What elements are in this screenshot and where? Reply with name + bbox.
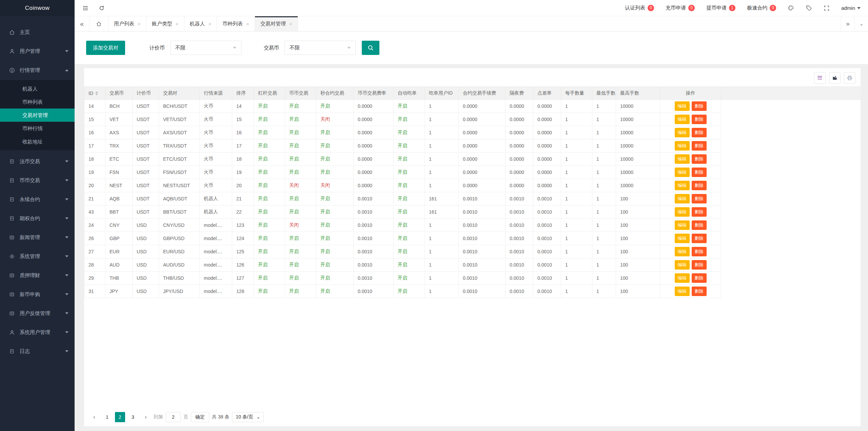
edit-button[interactable]: 编辑 [675,234,690,243]
quote-coin-select[interactable]: 不限 [170,41,241,55]
edit-button[interactable]: 编辑 [675,194,690,203]
edit-button[interactable]: 编辑 [675,260,690,270]
edit-button[interactable]: 编辑 [675,128,690,137]
sidebar-item-3[interactable]: 法币交易 [0,154,75,169]
status-cell: 开启 [316,153,354,166]
tab-用户列表[interactable]: 用户列表× [108,16,146,31]
sort-icon[interactable] [95,91,98,95]
edit-button[interactable]: 编辑 [675,168,690,177]
sidebar-item-7[interactable]: 新闻管理 [0,230,75,245]
cell: NEST [105,179,133,192]
delete-button[interactable]: 删除 [692,273,707,283]
delete-button[interactable]: 删除 [692,207,707,217]
edit-button[interactable]: 编辑 [675,273,690,283]
delete-button[interactable]: 删除 [692,287,707,296]
sidebar-item-4[interactable]: 币币交易 [0,173,75,188]
collapse-menu-icon[interactable] [79,0,92,16]
page-button-3[interactable]: 3 [128,412,138,422]
delete-button[interactable]: 删除 [692,128,707,137]
sidebar-item-10[interactable]: 新币申购 [0,287,75,302]
refresh-icon[interactable] [95,0,108,16]
badge-count: 1 [729,5,735,11]
tab-账户类型[interactable]: 账户类型× [146,16,184,31]
edit-button[interactable]: 编辑 [675,207,690,217]
columns-filter-button[interactable] [814,72,826,84]
delete-button[interactable]: 删除 [692,234,707,243]
sidebar-item-11[interactable]: 用户反馈管理 [0,306,75,321]
tabs-scroll-left-icon[interactable]: « [75,16,90,31]
palette-icon[interactable] [788,5,794,11]
cell: 1 [561,245,592,258]
topbar-badge-item[interactable]: 极速合约0 [747,5,776,11]
sidebar-item-6[interactable]: 期权合约 [0,211,75,226]
delete-button[interactable]: 删除 [692,194,707,203]
sidebar-subitem[interactable]: 交易对管理 [0,109,75,122]
topbar-badge-item[interactable]: 认证列表0 [625,5,654,11]
delete-button[interactable]: 删除 [692,260,707,270]
search-button[interactable] [362,41,379,55]
edit-button[interactable]: 编辑 [675,101,690,111]
add-pair-button[interactable]: 添加交易对 [86,41,125,55]
column-header: 合约交易手续费 [459,87,506,100]
delete-button[interactable]: 删除 [692,181,707,190]
tab-机器人[interactable]: 机器人× [184,16,217,31]
topbar-badge-item[interactable]: 提币申请1 [706,5,735,11]
sidebar-item-5[interactable]: 永续合约 [0,192,75,207]
close-icon[interactable]: × [246,21,249,27]
sidebar-item-13[interactable]: 日志 [0,344,75,359]
edit-button[interactable]: 编辑 [675,181,690,190]
sidebar-item-9[interactable]: 质押理财 [0,268,75,283]
base-coin-select[interactable]: 不限 [284,41,356,55]
close-icon[interactable]: × [289,21,292,27]
sidebar-item-1[interactable]: 用户管理 [0,43,75,59]
prev-page-icon[interactable]: ‹ [89,412,99,422]
sidebar-item-2[interactable]: $行情管理 [0,62,75,78]
delete-button[interactable]: 删除 [692,115,707,124]
next-page-icon[interactable]: › [141,412,151,422]
page-button-2[interactable]: 2 [115,412,125,422]
cell: 0.0000 [506,126,533,139]
sidebar-item-8[interactable]: 系统管理 [0,249,75,264]
delete-button[interactable]: 删除 [692,168,707,177]
export-button[interactable] [829,72,841,84]
tab-交易对管理[interactable]: 交易对管理× [255,16,298,31]
user-menu[interactable]: admin [841,5,861,11]
sidebar-subitem[interactable]: 收款地址 [0,135,75,148]
sidebar-subitem[interactable]: 币种行情 [0,122,75,135]
home-tab[interactable] [90,16,108,31]
sidebar-item-0[interactable]: 主页 [0,24,75,40]
cell: 1 [561,100,592,113]
tab-币种列表[interactable]: 币种列表× [217,16,255,31]
edit-button[interactable]: 编辑 [675,247,690,256]
page-size-select[interactable]: 10 条/页 ⌄ [232,412,263,422]
delete-button[interactable]: 删除 [692,141,707,151]
badge-count: 0 [688,5,695,11]
close-icon[interactable]: × [209,21,212,27]
close-icon[interactable]: × [176,21,179,27]
edit-button[interactable]: 编辑 [675,115,690,124]
edit-button[interactable]: 编辑 [675,220,690,230]
sidebar-subitem[interactable]: 机器人 [0,82,75,95]
delete-button[interactable]: 删除 [692,247,707,256]
tag-icon[interactable] [806,5,812,11]
cell: 0.0010 [506,285,533,298]
tabs-scroll-right-icon[interactable]: » [841,16,854,31]
close-icon[interactable]: × [138,21,141,27]
actions-cell: 编辑删除 [660,272,721,285]
delete-button[interactable]: 删除 [692,154,707,164]
print-button[interactable] [844,72,855,84]
delete-button[interactable]: 删除 [692,220,707,230]
jump-confirm-button[interactable]: 确定 [191,412,209,422]
tabs-menu-icon[interactable]: ⌄ [854,16,868,31]
jump-page-input[interactable] [166,412,181,422]
fullscreen-icon[interactable] [824,5,830,11]
delete-button[interactable]: 删除 [692,101,707,111]
cell: 0.0010 [506,219,533,232]
edit-button[interactable]: 编辑 [675,141,690,151]
edit-button[interactable]: 编辑 [675,287,690,296]
topbar-badge-item[interactable]: 充币申请0 [666,5,695,11]
sidebar-item-12[interactable]: 系统用户管理 [0,325,75,340]
page-button-1[interactable]: 1 [102,412,112,422]
edit-button[interactable]: 编辑 [675,154,690,164]
sidebar-subitem[interactable]: 币种列表 [0,95,75,109]
